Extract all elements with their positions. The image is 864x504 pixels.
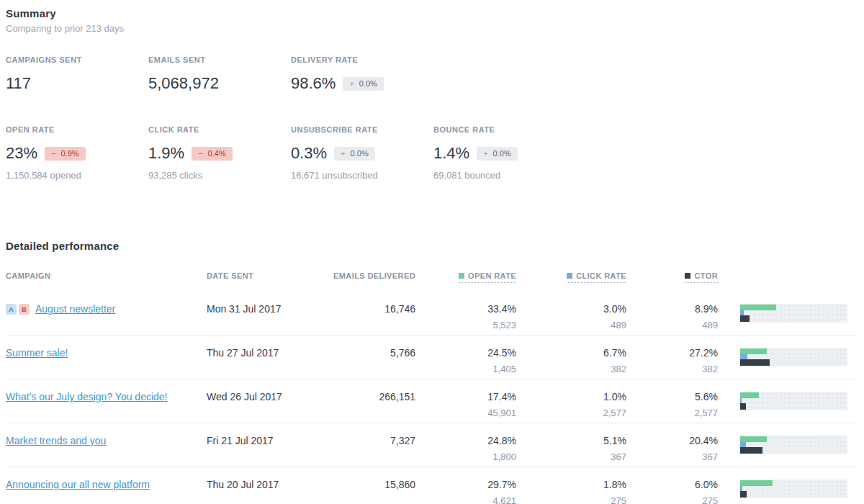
date-sent-cell: Wed 26 Jul 2017 — [207, 391, 315, 403]
campaign-link[interactable]: Market trends and you — [6, 435, 106, 447]
delta-badge: − 0.9% — [45, 147, 86, 161]
click-rate-legend-icon — [567, 273, 572, 279]
emails-delivered-cell: 266,151 — [315, 391, 415, 403]
delta-sign: − — [198, 150, 202, 158]
delta-value: 0.0% — [359, 80, 377, 88]
column-header-label: CLICK RATE — [576, 271, 626, 280]
click-rate-cell: 1.8% 275 — [516, 479, 626, 504]
metric-emails-sent: EMAILS SENT 5,068,972 — [148, 55, 291, 92]
metric-bounce-rate: BOUNCE RATE 1.4% + 0.0% 69,081 bounced — [433, 125, 576, 181]
column-header-ctor[interactable]: CTOR — [685, 271, 718, 283]
delta-badge: + 0.0% — [343, 77, 384, 91]
table-row: A B August newsletter Mon 31 Jul 2017 16… — [6, 292, 858, 336]
open-rate-cell: 17.4% 45,901 — [415, 391, 516, 418]
open-rate-bar — [740, 392, 759, 398]
click-rate-bar — [740, 354, 747, 359]
detailed-performance-title: Detailed performance — [6, 240, 858, 252]
metric-value: 117 — [6, 74, 31, 93]
delta-sign: + — [483, 150, 487, 158]
click-rate-cell: 3.0% 489 — [516, 303, 626, 330]
delta-sign: − — [51, 150, 55, 158]
metric-open-rate: OPEN RATE 23% − 0.9% 1,150,584 opened — [6, 125, 148, 181]
rate-bars-chart — [739, 436, 847, 454]
open-rate-bar — [740, 348, 767, 354]
metric-value: 1.9% — [148, 144, 184, 163]
click-rate-bar — [740, 442, 746, 447]
campaign-link[interactable]: Announcing our all new platform — [6, 479, 150, 491]
column-header-open-rate[interactable]: OPEN RATE — [459, 271, 516, 283]
delta-value: 0.0% — [493, 150, 511, 158]
metric-value: 5,068,972 — [148, 74, 219, 93]
emails-delivered-cell: 16,746 — [315, 303, 415, 315]
delta-badge: − 0.4% — [192, 147, 233, 161]
ctor-legend-icon — [685, 273, 690, 279]
campaign-link[interactable]: Summer sale! — [6, 347, 68, 359]
metric-label: OPEN RATE — [6, 125, 148, 134]
ctor-cell: 20.4% 367 — [626, 435, 718, 462]
metric-label: BOUNCE RATE — [433, 125, 576, 134]
metric-subtext: 69,081 bounced — [433, 170, 576, 181]
ab-test-a-badge: A — [6, 304, 17, 315]
summary-metrics-row-1: CAMPAIGNS SENT 117 EMAILS SENT 5,068,972… — [6, 55, 858, 92]
click-rate-cell: 1.0% 2,577 — [516, 391, 626, 418]
summary-comparison-note: Comparing to prior 213 days — [6, 23, 858, 34]
summary-title: Summary — [6, 7, 858, 19]
delta-value: 0.4% — [208, 150, 226, 158]
metric-value: 98.6% — [291, 74, 336, 93]
rate-bars-chart — [739, 304, 847, 323]
open-rate-cell: 33.4% 5,523 — [415, 303, 516, 330]
click-rate-bar — [740, 398, 742, 403]
rate-bars-chart — [739, 348, 847, 366]
date-sent-cell: Thu 20 Jul 2017 — [207, 479, 315, 491]
summary-metrics-row-2: OPEN RATE 23% − 0.9% 1,150,584 opened CL… — [6, 125, 858, 181]
metric-label: CAMPAIGNS SENT — [6, 55, 148, 64]
metric-value: 0.3% — [291, 144, 327, 163]
click-rate-cell: 6.7% 382 — [516, 347, 626, 374]
open-rate-bar — [740, 436, 767, 442]
table-row: Summer sale! Thu 27 Jul 2017 5,766 24.5%… — [6, 336, 858, 379]
ctor-bar — [740, 359, 770, 366]
ctor-bar — [740, 447, 762, 454]
ctor-bar — [740, 403, 746, 410]
metric-value: 1.4% — [433, 144, 469, 163]
table-row: What's our July design? You decide! Wed … — [6, 379, 858, 423]
open-rate-cell: 29.7% 4,621 — [415, 479, 516, 504]
analytics-page: Summary Comparing to prior 213 days CAMP… — [0, 0, 864, 504]
table-row: Announcing our all new platform Thu 20 J… — [6, 467, 858, 504]
ctor-bar — [740, 315, 750, 322]
metric-label: EMAILS SENT — [148, 55, 291, 64]
metric-click-rate: CLICK RATE 1.9% − 0.4% 93,285 clicks — [148, 125, 291, 181]
emails-delivered-cell: 5,766 — [315, 347, 415, 359]
metric-delivery-rate: DELIVERY RATE 98.6% + 0.0% — [291, 55, 433, 92]
delta-badge: + 0.0% — [477, 147, 518, 161]
campaign-link[interactable]: What's our July design? You decide! — [6, 391, 168, 403]
metric-subtext: 16,671 unsubscribed — [291, 170, 433, 181]
campaign-link[interactable]: August newsletter — [35, 303, 115, 315]
emails-delivered-cell: 15,860 — [315, 479, 415, 491]
metric-label: DELIVERY RATE — [291, 55, 433, 64]
date-sent-cell: Fri 21 Jul 2017 — [207, 435, 315, 447]
ctor-cell: 27.2% 382 — [626, 347, 718, 374]
ctor-cell: 8.9% 489 — [626, 303, 718, 330]
ctor-cell: 5.6% 2,577 — [626, 391, 718, 418]
delta-value: 0.0% — [351, 150, 369, 158]
column-header-date-sent: DATE SENT — [207, 271, 315, 280]
ab-test-b-badge: B — [19, 304, 30, 315]
column-header-click-rate[interactable]: CLICK RATE — [567, 271, 626, 283]
open-rate-bar — [740, 480, 773, 486]
delta-value: 0.9% — [60, 150, 78, 158]
ctor-cell: 6.0% 275 — [626, 479, 718, 504]
table-row: Market trends and you Fri 21 Jul 2017 7,… — [6, 423, 858, 467]
date-sent-cell: Mon 31 Jul 2017 — [207, 303, 315, 315]
delta-sign: + — [341, 150, 345, 158]
ctor-bar — [740, 491, 747, 498]
delta-badge: + 0.0% — [334, 147, 375, 161]
delta-sign: + — [349, 80, 354, 88]
emails-delivered-cell: 7,327 — [315, 435, 415, 447]
date-sent-cell: Thu 27 Jul 2017 — [207, 347, 315, 359]
metric-unsubscribe-rate: UNSUBSCRIBE RATE 0.3% + 0.0% 16,671 unsu… — [291, 125, 433, 181]
open-rate-bar — [740, 305, 776, 310]
metric-subtext: 1,150,584 opened — [6, 170, 148, 181]
column-header-emails-delivered: EMAILS DELIVERED — [315, 271, 415, 280]
click-rate-bar — [740, 310, 744, 315]
